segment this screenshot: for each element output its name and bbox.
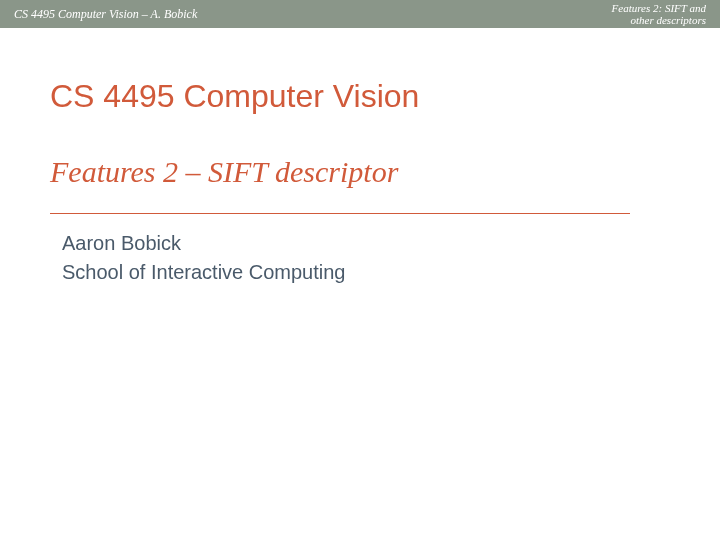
author-name: Aaron Bobick <box>62 232 670 255</box>
course-title: CS 4495 Computer Vision <box>50 78 670 115</box>
title-divider <box>50 213 630 214</box>
lecture-title: Features 2 – SIFT descriptor <box>50 155 670 189</box>
header-topic-line2: other descriptors <box>612 14 706 26</box>
slide-header: CS 4495 Computer Vision – A. Bobick Feat… <box>0 0 720 28</box>
header-topic-label: Features 2: SIFT and other descriptors <box>612 2 706 26</box>
slide-content: CS 4495 Computer Vision Features 2 – SIF… <box>0 28 720 284</box>
school-name: School of Interactive Computing <box>62 261 670 284</box>
header-topic-line1: Features 2: SIFT and <box>612 2 706 14</box>
header-course-label: CS 4495 Computer Vision – A. Bobick <box>14 7 197 22</box>
